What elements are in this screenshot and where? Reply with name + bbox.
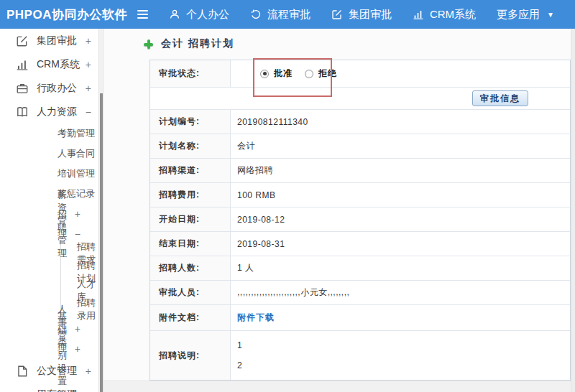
table-row: 计划编号: 20190812111340 [150, 110, 570, 134]
expand-icon[interactable]: + [86, 83, 91, 94]
field-label: 招聘人数: [150, 256, 231, 280]
field-label: 审批状态: [150, 60, 231, 87]
sidebar-item-salary[interactable]: 薪资管理 + [0, 204, 98, 224]
user-icon [169, 9, 180, 20]
chart-icon [16, 58, 29, 71]
rotate-arrow-icon [250, 9, 262, 20]
description-line: 2 [237, 361, 242, 370]
radio-approve[interactable] [260, 70, 269, 78]
field-label: 计划名称: [150, 134, 231, 158]
nav-personal-office[interactable]: 个人办公 [169, 8, 229, 22]
field-value: 2019-08-31 [231, 232, 570, 256]
nav-workflow-approval[interactable]: 流程审批 [250, 8, 310, 22]
sidebar-scrollbar-thumb[interactable] [100, 93, 103, 392]
page-title-row: 会计 招聘计划 [144, 37, 234, 50]
expand-icon[interactable]: + [75, 208, 80, 220]
field-label: 计划编号: [150, 110, 231, 134]
table-row: 招聘人数: 1 人 [150, 256, 570, 281]
table-row: 结束日期: 2019-08-31 [150, 232, 570, 256]
attachment-download-link[interactable]: 附件下载 [237, 312, 275, 324]
expand-icon[interactable]: + [75, 323, 80, 335]
expand-icon[interactable]: + [75, 343, 80, 355]
expand-icon[interactable]: + [86, 59, 91, 70]
sidebar-item-label: 招聘录用 [77, 297, 98, 322]
table-row: 审批信息 [150, 88, 570, 110]
main-content: 会计 招聘计划 审批状态: 批准 拒绝 审批信息 计划编号: 201908121… [104, 29, 575, 392]
app-brand: PHPOA协同办公软件 [0, 6, 137, 23]
sidebar-item-attendance[interactable]: 考勤管理 [0, 123, 98, 144]
add-icon [144, 39, 153, 49]
sidebar-scrollbar[interactable] [98, 29, 104, 392]
field-label: 附件文档: [150, 305, 231, 330]
table-row: 审批人员: ,,,,,,,,,,,,,,,,,,,,,,,小元女,,,,,,,, [150, 281, 570, 305]
sidebar-item-hr-contract[interactable]: 人事合同 [0, 144, 98, 164]
briefcase-icon [16, 82, 29, 95]
field-value: 2019-08-12 [231, 207, 570, 231]
approval-form: 审批状态: 批准 拒绝 审批信息 计划编号: 20190812111340 计划… [150, 60, 571, 381]
page-title: 会计 招聘计划 [161, 37, 234, 50]
expand-icon[interactable]: + [86, 389, 91, 392]
sidebar-item-vehicle-mgmt[interactable]: 用车管理 + [0, 383, 98, 392]
expand-icon[interactable]: + [86, 35, 91, 47]
caret-down-icon: ▼ [547, 11, 554, 19]
table-row: 计划名称: 会计 [150, 134, 570, 159]
book-icon [16, 106, 29, 118]
field-label: 招聘渠道: [150, 159, 231, 182]
top-nav: 个人办公 流程审批 集团审批 CRM系统 更多应用 ▼ [169, 8, 575, 22]
nav-label: 个人办公 [186, 8, 229, 22]
approval-info-button[interactable]: 审批信息 [472, 90, 528, 106]
sidebar-item-rewards[interactable]: 奖惩记录 [0, 184, 98, 204]
nav-label: CRM系统 [430, 8, 476, 22]
chart-icon [413, 9, 424, 20]
sidebar-item-base-category[interactable]: 基础类别设置 + [0, 339, 98, 359]
sidebar-item-document-mgmt[interactable]: 公文管理 + [0, 359, 98, 383]
truck-icon [16, 388, 29, 392]
field-label: 审批人员: [150, 281, 231, 304]
field-value: 网络招聘 [231, 159, 570, 182]
edit-icon [331, 9, 343, 20]
field-label: 结束日期: [150, 232, 231, 256]
sidebar-item-training[interactable]: 培训管理 [0, 164, 98, 184]
table-row: 附件文档: 附件下载 [150, 305, 570, 331]
nav-label: 集团审批 [349, 8, 392, 22]
nav-label: 更多应用 [497, 8, 540, 22]
radio-approve-label[interactable]: 批准 [274, 67, 293, 80]
content-footer-strip [104, 381, 575, 392]
sidebar-item-label: 人力资源 [37, 106, 77, 118]
sidebar-item-label: 公文管理 [37, 365, 77, 378]
radio-reject-label[interactable]: 拒绝 [318, 67, 337, 80]
sidebar-item-label: 人事合同 [58, 147, 95, 160]
sidebar-item-label: CRM系统 [37, 58, 80, 71]
sidebar-item-group-approval[interactable]: 集团审批 + [0, 29, 98, 52]
field-label: 招聘费用: [150, 183, 231, 207]
sidebar-item-hr[interactable]: 人力资源 − [0, 100, 98, 123]
sidebar-item-label: 培训管理 [58, 167, 95, 180]
field-value: 1 人 [231, 256, 570, 280]
field-label: 招聘说明: [150, 331, 231, 380]
nav-group-approval[interactable]: 集团审批 [331, 8, 392, 22]
sidebar-item-crm[interactable]: CRM系统 + [0, 52, 98, 76]
field-value: 附件下载 [231, 305, 570, 330]
field-value: 100 RMB [231, 183, 570, 207]
main-scrollbar[interactable] [571, 29, 575, 392]
nav-label: 流程审批 [267, 8, 310, 22]
collapse-icon[interactable]: − [86, 106, 91, 118]
sidebar-item-label: 用车管理 [37, 388, 77, 392]
description-line: 1 [237, 341, 242, 350]
sidebar-item-admin-office[interactable]: 行政办公 + [0, 76, 98, 100]
nav-more-apps[interactable]: 更多应用 ▼ [497, 8, 554, 22]
radio-reject[interactable] [305, 70, 313, 78]
field-label: 开始日期: [150, 207, 231, 231]
field-value: 会计 [231, 134, 570, 158]
doc-icon [16, 365, 29, 378]
collapse-icon[interactable]: − [75, 228, 80, 240]
sidebar-item-label: 行政办公 [37, 82, 77, 95]
sidebar-item-label: 考勤管理 [58, 127, 95, 140]
nav-crm-system[interactable]: CRM系统 [413, 8, 476, 22]
table-row: 招聘费用: 100 RMB [150, 183, 570, 207]
topbar: PHPOA协同办公软件 个人办公 流程审批 集团审批 CRM系统 更多应用 ▼ [0, 0, 575, 29]
table-row: 招聘说明: 1 2 [150, 331, 570, 380]
menu-icon[interactable] [137, 10, 149, 19]
expand-icon[interactable]: + [86, 365, 91, 377]
field-value: 20190812111340 [231, 110, 570, 134]
